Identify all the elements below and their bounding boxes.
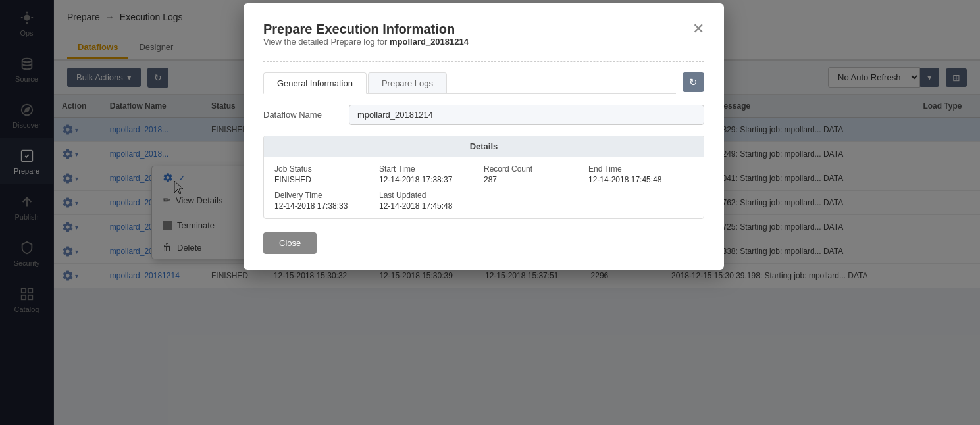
tab-general-information[interactable]: General Information <box>263 72 367 94</box>
modal-subtitle: View the detailed Prepare log for mpolla… <box>263 37 469 47</box>
modal-title: Prepare Execution Information <box>263 22 469 37</box>
details-box: Details Job Status FINISHED Start Time 1… <box>263 136 704 219</box>
dataflow-name-field-row: Dataflow Name <box>263 105 704 125</box>
detail-start-time: Start Time 12-14-2018 17:38:37 <box>379 164 484 184</box>
detail-record-count: Record Count 287 <box>484 164 588 184</box>
modal-refresh-button[interactable]: ↻ <box>683 72 704 92</box>
modal-close-action-button[interactable]: Close <box>263 232 317 254</box>
modal-tabs-row: General Information Prepare Logs ↻ <box>263 72 704 105</box>
details-header: Details <box>264 136 704 157</box>
modal-dataflow-name: mpollard_20181214 <box>390 37 469 47</box>
modal-tabs: General Information Prepare Logs <box>263 72 676 94</box>
detail-end-time: End Time 12-14-2018 17:45:48 <box>588 164 693 184</box>
tab-prepare-logs[interactable]: Prepare Logs <box>368 72 447 93</box>
execution-info-modal: Prepare Execution Information View the d… <box>244 3 724 270</box>
modal-divider <box>263 61 704 62</box>
modal-close-button[interactable]: ✕ <box>692 22 704 36</box>
modal-header: Prepare Execution Information View the d… <box>263 22 704 57</box>
dataflow-field-label: Dataflow Name <box>263 110 349 120</box>
details-grid: Job Status FINISHED Start Time 12-14-201… <box>264 157 704 218</box>
detail-delivery-time: Delivery Time 12-14-2018 17:38:33 <box>274 191 379 211</box>
detail-job-status: Job Status FINISHED <box>274 164 379 184</box>
dataflow-name-input[interactable] <box>349 105 704 125</box>
detail-last-updated: Last Updated 12-14-2018 17:45:48 <box>379 191 484 211</box>
